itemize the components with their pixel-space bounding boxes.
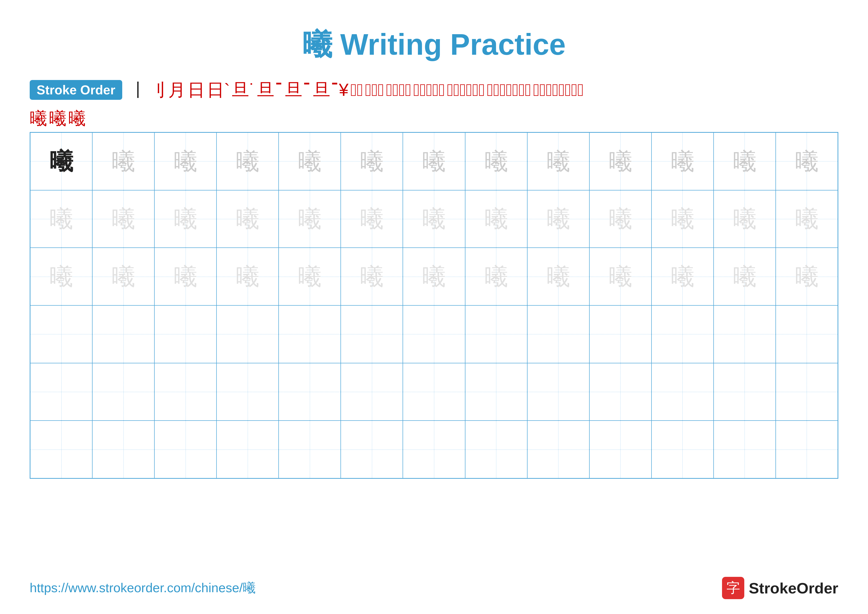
grid-cell-3-5[interactable] (341, 305, 403, 363)
logo-char: 字 (727, 579, 740, 597)
grid-cell-1-1[interactable]: 曦 (92, 190, 154, 248)
grid-cell-3-12[interactable] (776, 305, 838, 363)
grid-cell-2-3[interactable]: 曦 (217, 248, 279, 305)
grid-cell-0-1[interactable]: 曦 (92, 132, 154, 190)
grid-char-guide: 曦 (236, 149, 259, 173)
grid-char-faint: 曦 (112, 207, 135, 231)
grid-cell-5-12[interactable] (776, 421, 838, 478)
grid-cell-0-11[interactable]: 曦 (714, 132, 776, 190)
grid-cell-5-8[interactable] (527, 421, 589, 478)
grid-cell-1-4[interactable]: 曦 (279, 190, 341, 248)
stroke-6: 旦˙ (232, 81, 255, 99)
grid-cell-4-0[interactable] (30, 363, 92, 421)
grid-cell-2-6[interactable]: 曦 (403, 248, 465, 305)
grid-cell-4-11[interactable] (714, 363, 776, 421)
grid-char-guide: 曦 (485, 149, 508, 173)
grid-cell-0-6[interactable]: 曦 (403, 132, 465, 190)
grid-cell-4-1[interactable] (92, 363, 154, 421)
grid-cell-5-2[interactable] (154, 421, 217, 478)
grid-cell-2-0[interactable]: 曦 (30, 248, 92, 305)
stroke-8: 旦˙̈̄ (285, 81, 311, 99)
grid-cell-3-1[interactable] (92, 305, 154, 363)
grid-cell-0-7[interactable]: 曦 (465, 132, 527, 190)
grid-cell-5-4[interactable] (279, 421, 341, 478)
stroke-order-badge: Stroke Order (30, 80, 122, 100)
grid-cell-5-7[interactable] (465, 421, 527, 478)
grid-cell-4-8[interactable] (527, 363, 589, 421)
grid-cell-3-8[interactable] (527, 305, 589, 363)
stroke-7: 旦˙̈ (257, 81, 283, 99)
grid-cell-5-0[interactable] (30, 421, 92, 478)
grid-cell-4-3[interactable] (217, 363, 279, 421)
grid-cell-1-3[interactable]: 曦 (217, 190, 279, 248)
grid-cell-2-7[interactable]: 曦 (465, 248, 527, 305)
grid-cell-2-8[interactable]: 曦 (527, 248, 589, 305)
grid-cell-0-12[interactable]: 曦 (776, 132, 838, 190)
stroke-order-row2: 曦 曦 曦 (30, 110, 838, 127)
grid-cell-1-12[interactable]: 曦 (776, 190, 838, 248)
grid-cell-5-1[interactable] (92, 421, 154, 478)
grid-cell-5-10[interactable] (651, 421, 714, 478)
grid-char-faint: 曦 (547, 207, 570, 231)
grid-cell-4-5[interactable] (341, 363, 403, 421)
grid-cell-0-0[interactable]: 曦 (30, 132, 92, 190)
grid-cell-5-9[interactable] (589, 421, 651, 478)
grid-cell-0-8[interactable]: 曦 (527, 132, 589, 190)
grid-cell-4-4[interactable] (279, 363, 341, 421)
stroke-19: 曦 (68, 110, 85, 127)
grid-cell-2-9[interactable]: 曦 (589, 248, 651, 305)
grid-cell-3-0[interactable] (30, 305, 92, 363)
grid-cell-4-9[interactable] (589, 363, 651, 421)
grid-char-faint: 曦 (360, 265, 383, 288)
grid-cell-2-2[interactable]: 曦 (154, 248, 217, 305)
grid-cell-1-0[interactable]: 曦 (30, 190, 92, 248)
grid-cell-5-5[interactable] (341, 421, 403, 478)
grid-cell-2-4[interactable]: 曦 (279, 248, 341, 305)
grid-cell-5-3[interactable] (217, 421, 279, 478)
grid-cell-3-2[interactable] (154, 305, 217, 363)
grid-cell-0-3[interactable]: 曦 (217, 132, 279, 190)
grid-cell-3-11[interactable] (714, 305, 776, 363)
grid-cell-4-7[interactable] (465, 363, 527, 421)
grid-cell-1-6[interactable]: 曦 (403, 190, 465, 248)
grid-cell-3-9[interactable] (589, 305, 651, 363)
grid-char-faint: 曦 (795, 207, 818, 231)
grid-cell-2-5[interactable]: 曦 (341, 248, 403, 305)
grid-cell-4-10[interactable] (651, 363, 714, 421)
grid-cell-5-6[interactable] (403, 421, 465, 478)
footer-url[interactable]: https://www.strokeorder.com/chinese/曦 (30, 579, 256, 597)
grid-cell-3-3[interactable] (217, 305, 279, 363)
grid-cell-2-12[interactable]: 曦 (776, 248, 838, 305)
grid-cell-2-11[interactable]: 曦 (714, 248, 776, 305)
grid-cell-0-9[interactable]: 曦 (589, 132, 651, 190)
grid-cell-2-10[interactable]: 曦 (651, 248, 714, 305)
page-title: 曦 Writing Practice (30, 25, 838, 65)
grid-cell-3-7[interactable] (465, 305, 527, 363)
grid-cell-1-9[interactable]: 曦 (589, 190, 651, 248)
grid-cell-5-11[interactable] (714, 421, 776, 478)
grid-cell-4-2[interactable] (154, 363, 217, 421)
grid-char-guide: 曦 (671, 149, 694, 173)
grid-cell-2-1[interactable]: 曦 (92, 248, 154, 305)
grid-char-faint: 曦 (671, 265, 694, 288)
grid-cell-0-5[interactable]: 曦 (341, 132, 403, 190)
grid-cell-0-4[interactable]: 曦 (279, 132, 341, 190)
grid-cell-1-5[interactable]: 曦 (341, 190, 403, 248)
grid-cell-1-7[interactable]: 曦 (465, 190, 527, 248)
grid-cell-4-6[interactable] (403, 363, 465, 421)
grid-cell-1-10[interactable]: 曦 (651, 190, 714, 248)
grid-cell-0-2[interactable]: 曦 (154, 132, 217, 190)
grid-char-guide: 曦 (112, 149, 135, 173)
grid-cell-4-12[interactable] (776, 363, 838, 421)
stroke-2: 刂 (149, 81, 166, 99)
grid-char-guide: 曦 (174, 149, 197, 173)
grid-cell-3-10[interactable] (651, 305, 714, 363)
grid-cell-1-11[interactable]: 曦 (714, 190, 776, 248)
grid-cell-1-2[interactable]: 曦 (154, 190, 217, 248)
grid-char-faint: 曦 (174, 207, 197, 231)
grid-cell-3-6[interactable] (403, 305, 465, 363)
grid-cell-3-4[interactable] (279, 305, 341, 363)
grid-cell-1-8[interactable]: 曦 (527, 190, 589, 248)
grid-char-faint: 曦 (547, 265, 570, 288)
grid-cell-0-10[interactable]: 曦 (651, 132, 714, 190)
